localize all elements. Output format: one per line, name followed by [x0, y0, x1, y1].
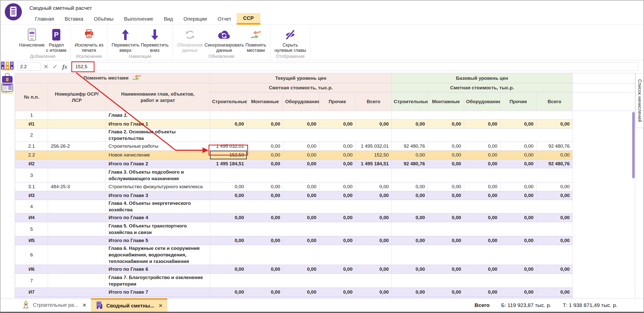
cell-money[interactable]: 0,00 — [500, 120, 536, 129]
cell-money[interactable]: 0,00 — [464, 120, 500, 129]
cell-code[interactable] — [48, 236, 106, 245]
cell-money[interactable]: 0,00 — [392, 236, 428, 245]
cell-code[interactable] — [48, 213, 106, 222]
cell-money[interactable]: 0,00 — [283, 160, 319, 168]
cell-base-group[interactable] — [392, 168, 573, 182]
cell-current-group[interactable] — [210, 274, 392, 288]
cell-money[interactable]: 0,00 — [247, 142, 283, 151]
cell-base-group[interactable] — [392, 111, 573, 120]
cell-name[interactable]: Итого по Главе 2 — [106, 160, 210, 168]
cell-name[interactable]: Глава 7. Благоустройство и озеленение те… — [106, 274, 210, 288]
cell-money[interactable]: 0,00 — [428, 236, 464, 245]
cell-money[interactable]: 0,00 — [319, 182, 356, 191]
menu-tab-ssr[interactable]: ССР — [237, 13, 260, 25]
cell-base-group[interactable] — [392, 200, 573, 213]
cell-money[interactable]: 0,00 — [464, 191, 500, 200]
cell-code[interactable] — [48, 120, 106, 129]
cell-name[interactable]: Глава 2. Основные объекты строительства — [106, 129, 210, 142]
cell-money[interactable]: 0,00 — [319, 142, 356, 151]
cell-money[interactable]: 0,00 — [283, 265, 319, 274]
cell-money[interactable]: 0,00 — [392, 182, 428, 191]
tab-close-icon[interactable]: ✕ — [82, 302, 87, 308]
cell-money[interactable]: 0,00 — [500, 151, 536, 160]
cell-name[interactable]: Глава 3. Объекты подсобного и обслуживаю… — [106, 168, 210, 182]
cell-money[interactable]: 0,00 — [392, 151, 428, 160]
cell-name[interactable]: Итого по Главе 3 — [106, 191, 210, 200]
cell-current-group[interactable] — [210, 168, 392, 182]
cell-base-group[interactable] — [392, 274, 573, 288]
cell-money[interactable]: 92 480,76 — [392, 142, 428, 151]
cell-current-group[interactable] — [210, 245, 392, 265]
cell-money[interactable]: 0,00 — [283, 182, 319, 191]
cell-num[interactable]: И3 — [15, 191, 48, 200]
cell-code[interactable]: 256-26-2 — [48, 142, 106, 151]
cell-money[interactable]: 0,00 — [247, 236, 283, 245]
vertical-scrollbar-thumb[interactable] — [632, 112, 635, 178]
cell-money[interactable]: 0,00 — [464, 160, 500, 168]
cell-current-group[interactable] — [210, 111, 392, 120]
cell-num[interactable]: 2 — [15, 129, 48, 142]
cell-money[interactable]: 0,00 — [464, 182, 500, 191]
menu-tab-view[interactable]: Вид — [159, 13, 178, 25]
cell-money[interactable]: 92 480,76 — [536, 160, 573, 168]
menu-tab-report[interactable]: Отчет — [212, 13, 237, 25]
cell-num[interactable]: 5 — [15, 222, 48, 236]
cell-money[interactable]: 0,00 — [356, 265, 392, 274]
cell-money[interactable]: 0,00 — [210, 191, 247, 200]
cell-money[interactable]: 1 495 032,01 — [356, 142, 392, 151]
cell-money[interactable]: 0,00 — [500, 213, 536, 222]
cell-money[interactable]: 0,00 — [428, 265, 464, 274]
cell-reference-box[interactable]: 2.2 — [18, 63, 41, 71]
cell-num[interactable]: 7 — [15, 274, 48, 288]
cell-money[interactable]: 0,00 — [247, 120, 283, 129]
cell-money[interactable]: 0,00 — [464, 236, 500, 245]
cell-code[interactable] — [48, 129, 106, 142]
cell-money[interactable]: 0,00 — [464, 288, 500, 297]
cell-money[interactable]: 0,00 — [428, 160, 464, 168]
cell-money[interactable]: 92 480,76 — [392, 160, 428, 168]
cell-money[interactable]: 0,00 — [283, 120, 319, 129]
menu-tab-home[interactable]: Главная — [30, 13, 59, 25]
cell-money[interactable]: 0,00 — [536, 120, 573, 129]
cell-money[interactable]: 0,00 — [392, 213, 428, 222]
cell-num[interactable]: И5 — [15, 236, 48, 245]
cell-num[interactable]: 2.1 — [15, 142, 48, 151]
confirm-icon[interactable]: ✓ — [51, 63, 59, 71]
cell-money[interactable]: 0,00 — [283, 151, 319, 160]
cell-money[interactable]: 0,00 — [428, 288, 464, 297]
cell-money[interactable]: 0,00 — [247, 265, 283, 274]
rail-item-estimate-document[interactable] — [1, 83, 14, 94]
cell-money[interactable]: 0,00 — [247, 182, 283, 191]
cell-money[interactable]: 152,50 — [210, 151, 247, 160]
cell-num[interactable]: И2 — [15, 160, 48, 168]
cell-money[interactable]: 0,00 — [428, 213, 464, 222]
cell-money[interactable]: 0,00 — [283, 213, 319, 222]
cell-money[interactable]: 1 495 032,01 — [210, 142, 247, 151]
cell-money[interactable]: 0,00 — [247, 191, 283, 200]
cell-money[interactable]: 0,00 — [356, 182, 392, 191]
cell-money[interactable]: 0,00 — [392, 265, 428, 274]
cell-money[interactable]: 0,00 — [356, 236, 392, 245]
cell-code[interactable] — [48, 168, 106, 182]
sheet-tab-summary-estimate[interactable]: Сводный сметны...✕ — [91, 298, 167, 312]
cell-name[interactable]: Новое начисление — [106, 151, 210, 160]
cell-num[interactable]: 3 — [15, 168, 48, 182]
cell-name[interactable]: Итого по Главе 6 — [106, 265, 210, 274]
cell-code[interactable] — [48, 265, 106, 274]
cell-money[interactable]: 0,00 — [500, 265, 536, 274]
cell-money[interactable]: 0,00 — [319, 120, 356, 129]
cell-code[interactable] — [48, 151, 106, 160]
cell-money[interactable]: 0,00 — [536, 236, 573, 245]
cell-name[interactable]: Глава 6. Наружные сети и сооружения водо… — [106, 245, 210, 265]
cell-money[interactable]: 0,00 — [392, 288, 428, 297]
cell-money[interactable]: 0,00 — [210, 265, 247, 274]
cell-money[interactable]: 0,00 — [428, 182, 464, 191]
cell-money[interactable]: 0,00 — [464, 213, 500, 222]
cell-money[interactable]: 0,00 — [500, 288, 536, 297]
cell-money[interactable]: 0,00 — [500, 160, 536, 168]
cell-money[interactable]: 0,00 — [319, 191, 356, 200]
cell-current-group[interactable] — [210, 222, 392, 236]
cell-name[interactable]: Итого по Главе 1 — [106, 120, 210, 129]
cell-code[interactable] — [48, 200, 106, 213]
cell-money[interactable]: 0,00 — [356, 213, 392, 222]
